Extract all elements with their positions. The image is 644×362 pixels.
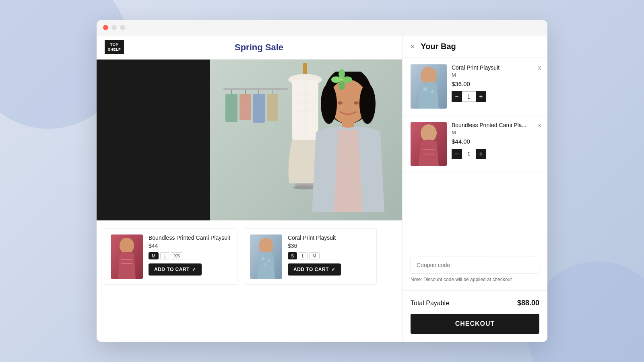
svg-rect-8 — [267, 94, 278, 121]
svg-point-29 — [343, 76, 352, 83]
bag-item-info-1: Coral Print Playsuit M $36.00 − 1 + — [452, 64, 539, 109]
svg-point-35 — [268, 259, 270, 262]
svg-rect-6 — [253, 94, 265, 123]
size-options-1: M L XS — [149, 252, 231, 259]
size-xs-1[interactable]: XS — [171, 252, 183, 259]
checkmark-icon-2: ✓ — [331, 267, 336, 272]
svg-point-38 — [421, 67, 437, 84]
coupon-note: Note: Discount code will be applied at c… — [411, 277, 539, 282]
qty-increase-1[interactable]: + — [476, 91, 486, 102]
qty-decrease-2[interactable]: − — [452, 149, 462, 159]
add-to-cart-button-2[interactable]: ADD TO CART ✓ — [288, 263, 341, 276]
bag-item-thumb-2 — [411, 122, 447, 166]
bag-item-name-1: Coral Print Playsuit — [452, 64, 539, 71]
size-m-2[interactable]: M — [309, 252, 319, 259]
bag-footer: Total Payable $88.00 CHECKOUT — [402, 291, 547, 342]
coupon-section: Note: Discount code will be applied at c… — [402, 249, 547, 291]
qty-value-2: 1 — [462, 149, 476, 159]
quantity-control-1: − 1 + — [452, 91, 539, 102]
hero-image — [97, 60, 402, 220]
product-card-2: Coral Print Playsuit $36 S L M ADD TO CA… — [244, 228, 377, 285]
product-thumb-2 — [250, 234, 282, 279]
hero-photo-section — [210, 60, 402, 220]
bag-item-info-2: Boundless Printed Cami Pla... M $44.00 −… — [452, 122, 539, 166]
product-price-2: $36 — [288, 243, 371, 249]
svg-point-24 — [354, 101, 359, 105]
size-l-1[interactable]: L — [160, 252, 169, 259]
qty-decrease-1[interactable]: − — [452, 91, 462, 102]
close-traffic-light[interactable] — [103, 25, 108, 30]
bag-close-button[interactable]: × — [411, 43, 414, 50]
bag-item-price-2: $44.00 — [452, 138, 539, 145]
qty-increase-2[interactable]: + — [476, 149, 486, 159]
bag-item-size-1: M — [452, 72, 539, 78]
quantity-control-2: − 1 + — [452, 149, 539, 159]
bag-header: × Your Bag — [402, 35, 547, 58]
product-grid: Boundless Printed Cami Playsuit $44 M L … — [97, 220, 402, 293]
bag-items-list: Coral Print Playsuit M $36.00 − 1 + x — [402, 58, 547, 249]
maximize-traffic-light[interactable] — [120, 25, 125, 30]
hero-black-section — [97, 60, 210, 220]
bag-item-price-1: $36.00 — [452, 80, 539, 87]
bag-item-2: Boundless Printed Cami Pla... M $44.00 −… — [402, 115, 547, 173]
total-row: Total Payable $88.00 — [411, 299, 539, 307]
bag-item-size-2: M — [452, 130, 539, 136]
bag-item-thumb-1 — [411, 64, 447, 109]
svg-rect-2 — [225, 94, 237, 122]
total-amount: $88.00 — [517, 299, 539, 307]
size-m-1[interactable]: M — [149, 252, 159, 259]
product-thumb-1 — [111, 234, 143, 279]
bag-item-remove-2[interactable]: x — [538, 122, 541, 128]
svg-point-36 — [263, 263, 267, 267]
product-name-2: Coral Print Playsuit — [288, 234, 371, 241]
product-price-1: $44 — [149, 243, 231, 249]
size-s-2[interactable]: S — [288, 252, 297, 259]
bag-panel: × Your Bag — [402, 35, 547, 342]
svg-point-39 — [423, 87, 427, 91]
person-svg — [300, 72, 396, 220]
svg-point-42 — [421, 124, 437, 142]
product-name-1: Boundless Printed Cami Playsuit — [149, 234, 231, 241]
product-card-1: Boundless Printed Cami Playsuit $44 M L … — [105, 228, 237, 285]
product-info-2: Coral Print Playsuit $36 S L M ADD TO CA… — [288, 234, 371, 279]
clothing-rack-icon — [219, 76, 292, 196]
product-info-1: Boundless Printed Cami Playsuit $44 M L … — [149, 234, 231, 279]
store-logo: TOP SHELF — [105, 40, 124, 54]
main-panel: TOP SHELF Spring Sale — [97, 35, 402, 342]
store-header: TOP SHELF Spring Sale — [97, 35, 402, 60]
qty-value-1: 1 — [462, 91, 476, 102]
svg-point-31 — [120, 238, 134, 254]
bag-item-name-2: Boundless Printed Cami Pla... — [452, 122, 539, 128]
total-label: Total Payable — [411, 300, 449, 307]
bag-title: Your Bag — [421, 42, 456, 51]
size-l-2[interactable]: L — [299, 252, 308, 259]
decoration-svg — [330, 68, 354, 92]
store-title: Spring Sale — [124, 42, 394, 53]
svg-rect-4 — [239, 94, 251, 120]
size-options-2: S L M — [288, 252, 371, 259]
title-bar — [97, 20, 547, 35]
svg-point-21 — [359, 84, 376, 124]
svg-rect-0 — [223, 88, 288, 90]
svg-point-23 — [338, 101, 343, 105]
svg-point-34 — [261, 257, 264, 260]
minimize-traffic-light[interactable] — [111, 25, 117, 30]
bag-item-1: Coral Print Playsuit M $36.00 − 1 + x — [402, 58, 547, 115]
app-window: TOP SHELF Spring Sale — [97, 20, 547, 342]
window-content: TOP SHELF Spring Sale — [97, 35, 547, 342]
svg-point-40 — [431, 90, 434, 93]
checkmark-icon-1: ✓ — [192, 267, 196, 272]
checkout-button[interactable]: CHECKOUT — [411, 314, 539, 334]
coupon-input[interactable] — [411, 257, 539, 274]
svg-point-33 — [259, 238, 273, 254]
bag-item-remove-1[interactable]: x — [538, 64, 541, 71]
add-to-cart-button-1[interactable]: ADD TO CART ✓ — [149, 263, 202, 276]
svg-point-28 — [331, 76, 341, 83]
